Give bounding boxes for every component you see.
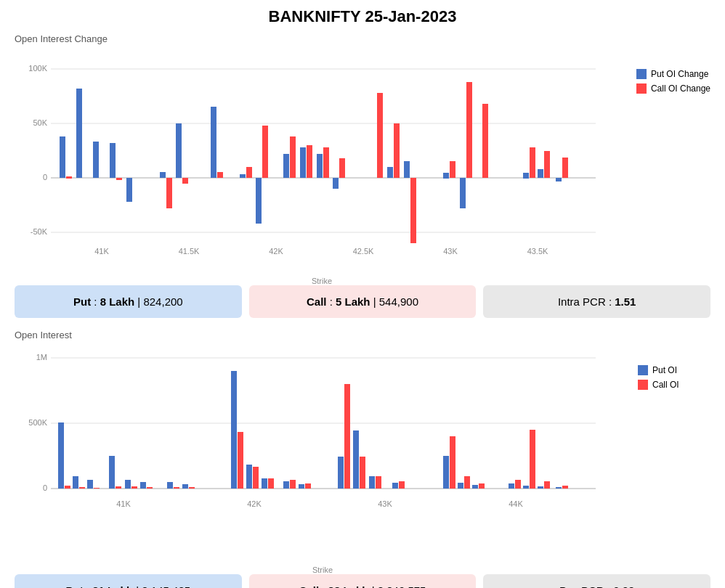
call-oi-change-color — [636, 83, 647, 94]
oi-x-label: Strike — [15, 565, 631, 574]
svg-rect-45 — [387, 167, 393, 178]
oi-chart: 1M 500K 0 41K 42K 43K 44K — [15, 343, 610, 561]
svg-rect-23 — [126, 178, 132, 202]
svg-rect-111 — [479, 483, 485, 489]
svg-rect-109 — [464, 476, 470, 489]
svg-rect-119 — [562, 486, 568, 489]
stats-row-1: Put : 8 Lakh | 824,200 Call : 5 Lakh | 5… — [15, 285, 710, 318]
page-title: BANKNIFTY 25-Jan-2023 — [15, 7, 710, 26]
svg-rect-38 — [307, 145, 312, 178]
svg-rect-116 — [538, 486, 543, 489]
oi-change-label: Open Interest Change — [15, 33, 710, 44]
svg-text:100K: 100K — [28, 64, 47, 73]
svg-rect-25 — [160, 172, 166, 178]
svg-text:41K: 41K — [94, 247, 109, 256]
oi-change-legend: Put OI Change Call OI Change — [629, 47, 710, 98]
svg-text:43K: 43K — [378, 499, 392, 508]
svg-rect-30 — [217, 172, 223, 178]
svg-rect-54 — [482, 104, 488, 178]
svg-rect-78 — [109, 456, 115, 489]
svg-rect-55 — [523, 173, 529, 179]
svg-rect-41 — [333, 178, 339, 189]
svg-rect-89 — [238, 432, 243, 489]
call-stat-2-label: Call : 88 Lakh | 8,840,575 — [299, 584, 426, 588]
svg-rect-40 — [323, 147, 329, 178]
svg-rect-100 — [353, 430, 359, 489]
svg-text:500K: 500K — [28, 418, 47, 427]
svg-rect-36 — [290, 136, 296, 178]
svg-rect-76 — [87, 480, 93, 489]
svg-text:41K: 41K — [116, 499, 131, 508]
svg-text:43K: 43K — [443, 247, 458, 256]
svg-rect-28 — [182, 178, 188, 184]
svg-rect-21 — [110, 143, 116, 178]
svg-rect-81 — [131, 486, 137, 489]
svg-rect-102 — [369, 476, 375, 489]
svg-rect-85 — [174, 487, 179, 489]
legend-call-oi-change: Call OI Change — [636, 83, 710, 94]
svg-rect-27 — [176, 123, 182, 178]
svg-rect-95 — [290, 480, 296, 489]
svg-rect-90 — [246, 465, 252, 489]
svg-rect-83 — [147, 487, 153, 489]
svg-rect-114 — [523, 486, 529, 489]
svg-rect-31 — [240, 174, 246, 178]
svg-rect-52 — [466, 82, 472, 178]
put-oi-change-label: Put OI Change — [651, 69, 708, 79]
svg-text:0: 0 — [43, 173, 47, 181]
svg-rect-56 — [530, 147, 535, 178]
svg-text:-50K: -50K — [31, 227, 48, 236]
svg-rect-84 — [167, 482, 173, 489]
svg-rect-79 — [116, 486, 121, 489]
svg-rect-94 — [283, 481, 289, 489]
svg-rect-37 — [300, 147, 306, 178]
svg-rect-115 — [530, 430, 535, 489]
svg-rect-26 — [166, 178, 172, 208]
oi-change-x-label: Strike — [15, 277, 629, 285]
svg-rect-60 — [562, 158, 568, 178]
svg-rect-96 — [299, 484, 304, 489]
svg-rect-44 — [377, 93, 383, 178]
svg-rect-46 — [394, 123, 400, 178]
svg-text:42.5K: 42.5K — [353, 247, 374, 256]
put-oi-color — [638, 365, 648, 375]
stats-row-2: Put : 81 Lakh | 8,145,425 Call : 88 Lakh… — [15, 574, 710, 588]
svg-rect-113 — [515, 480, 521, 489]
svg-text:44K: 44K — [509, 499, 523, 508]
svg-rect-108 — [458, 483, 463, 489]
svg-rect-110 — [472, 485, 478, 489]
svg-rect-16 — [66, 176, 72, 179]
svg-rect-104 — [392, 483, 398, 489]
svg-rect-73 — [65, 486, 70, 489]
svg-rect-17 — [76, 89, 82, 178]
oi-change-chart: 100K 50K 0 -50K 41K 41.5K 42K 42.5K 43K … — [15, 47, 610, 272]
svg-rect-103 — [376, 476, 381, 489]
legend-put-oi: Put OI — [638, 365, 710, 375]
call-stat-box: Call : 5 Lakh | 544,900 — [249, 285, 477, 318]
svg-rect-42 — [339, 158, 345, 178]
svg-text:42K: 42K — [269, 247, 283, 256]
intra-pcr-box: Intra PCR : 1.51 — [483, 285, 710, 318]
pos-pcr-label: Pos PCR : 0.92 — [559, 584, 634, 588]
svg-rect-87 — [189, 487, 195, 489]
svg-rect-80 — [125, 480, 131, 489]
put-stat-2-label: Put : 81 Lakh | 8,145,425 — [66, 584, 191, 588]
svg-rect-33 — [256, 178, 262, 224]
svg-rect-15 — [60, 136, 65, 178]
svg-text:50K: 50K — [33, 118, 47, 127]
svg-text:43.5K: 43.5K — [527, 247, 548, 256]
oi-legend: Put OI Call OI — [631, 343, 710, 394]
svg-rect-93 — [268, 478, 274, 489]
call-oi-change-label: Call OI Change — [651, 83, 710, 94]
oi-change-section: Open Interest Change 100K 50K 0 -50K 41K… — [15, 33, 710, 285]
svg-rect-88 — [231, 371, 237, 489]
svg-rect-19 — [93, 142, 99, 178]
put-stat-box-2: Put : 81 Lakh | 8,145,425 — [15, 574, 242, 588]
svg-rect-105 — [399, 481, 405, 489]
svg-rect-106 — [443, 456, 449, 489]
svg-rect-50 — [450, 161, 455, 178]
call-stat-box-2: Call : 88 Lakh | 8,840,575 — [249, 574, 477, 588]
svg-text:42K: 42K — [247, 499, 262, 508]
svg-rect-117 — [544, 481, 550, 489]
svg-rect-34 — [262, 126, 268, 178]
